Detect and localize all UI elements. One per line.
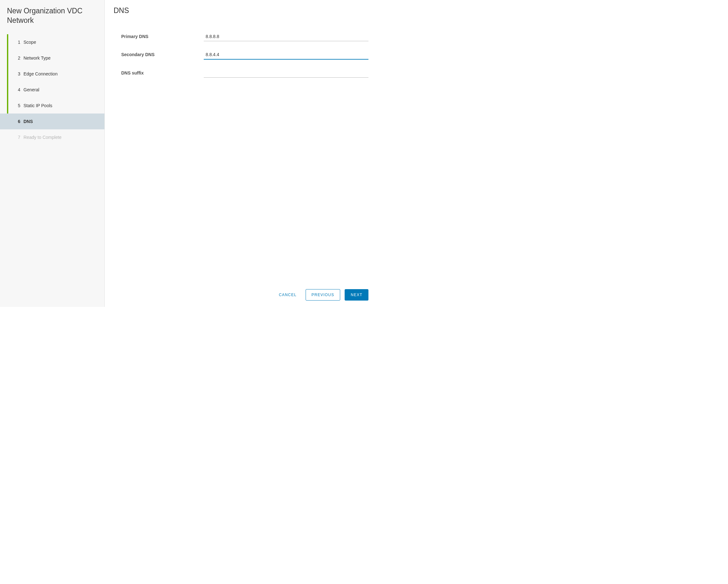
wizard-step-network-type[interactable]: 2 Network Type [0, 50, 104, 66]
form-row-dns-suffix: DNS suffix [121, 69, 368, 78]
step-number: 4 [15, 87, 20, 92]
step-number: 5 [15, 103, 20, 108]
dns-suffix-label: DNS suffix [121, 69, 204, 76]
form-row-secondary-dns: Secondary DNS [121, 51, 368, 60]
next-button[interactable]: NEXT [345, 289, 368, 301]
wizard-step-dns[interactable]: 6 DNS [0, 113, 104, 129]
step-number: 1 [15, 39, 20, 45]
form-row-primary-dns: Primary DNS [121, 33, 368, 41]
primary-dns-input[interactable] [204, 33, 368, 41]
dns-form: Primary DNS Secondary DNS DNS suffix [113, 33, 368, 285]
step-label: Ready to Complete [24, 135, 104, 140]
previous-button[interactable]: PREVIOUS [306, 289, 340, 301]
step-label: Edge Connection [24, 71, 104, 76]
step-label: Static IP Pools [24, 103, 104, 108]
secondary-dns-input[interactable] [204, 51, 368, 60]
wizard-step-edge-connection[interactable]: 3 Edge Connection [0, 66, 104, 82]
cancel-button[interactable]: CANCEL [275, 289, 301, 300]
step-number: 3 [15, 71, 20, 76]
wizard-step-ready-to-complete: 7 Ready to Complete [0, 129, 104, 145]
step-label: DNS [24, 119, 104, 124]
dns-suffix-input[interactable] [204, 69, 368, 78]
wizard-step-static-ip-pools[interactable]: 5 Static IP Pools [0, 98, 104, 113]
step-number: 2 [15, 55, 20, 60]
wizard-step-scope[interactable]: 1 Scope [0, 34, 104, 50]
wizard-footer: CANCEL PREVIOUS NEXT [113, 285, 368, 301]
wizard-container: New Organization VDC Network 1 Scope 2 N… [0, 0, 377, 307]
wizard-title: New Organization VDC Network [0, 6, 104, 34]
step-label: Network Type [24, 55, 104, 60]
primary-dns-label: Primary DNS [121, 33, 204, 39]
wizard-step-general[interactable]: 4 General [0, 82, 104, 98]
step-number: 7 [15, 135, 20, 140]
wizard-step-list: 1 Scope 2 Network Type 3 Edge Connection… [0, 34, 104, 145]
wizard-main-content: DNS Primary DNS Secondary DNS DNS suffix… [105, 0, 377, 307]
step-label: General [24, 87, 104, 92]
step-label: Scope [24, 39, 104, 45]
content-heading: DNS [113, 6, 368, 15]
wizard-sidebar: New Organization VDC Network 1 Scope 2 N… [0, 0, 105, 307]
secondary-dns-label: Secondary DNS [121, 51, 204, 57]
step-number: 6 [15, 119, 20, 124]
